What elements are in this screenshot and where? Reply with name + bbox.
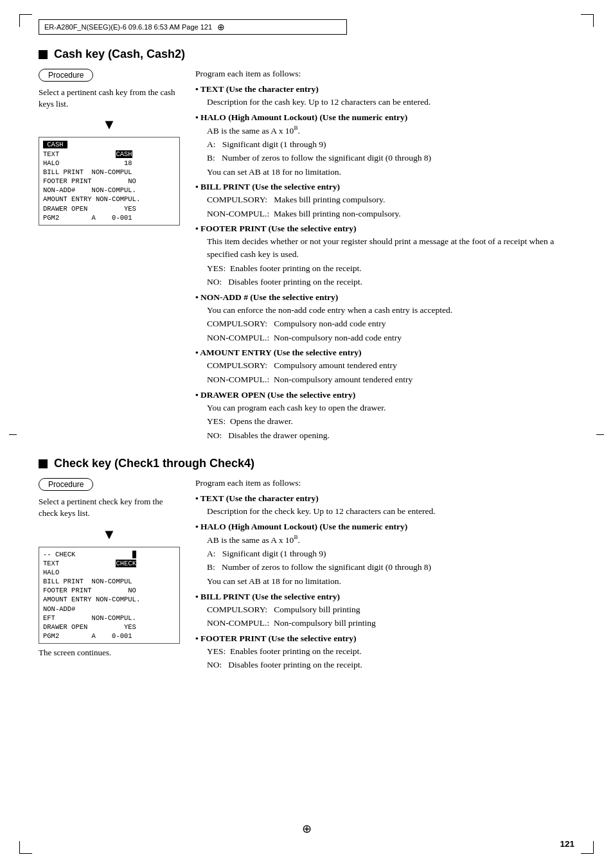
section1-bullet-bill-body: COMPULSORY: Makes bill printing compulso… (207, 193, 574, 220)
section2-bullet-footer-body: YES: Enables footer printing on the rece… (207, 645, 574, 671)
section1-bullet-amount-body: COMPULSORY: Compulsory amount tendered e… (207, 359, 574, 385)
section1-bullet-footer: • FOOTER PRINT (Use the selective entry)… (195, 224, 574, 288)
section1-terminal-inv: CASH (43, 141, 67, 148)
bill-compulsory: COMPULSORY: Makes bill printing compulso… (207, 193, 574, 206)
side-mark-right (596, 434, 604, 436)
section1-bullet-halo-body: AB is the same as A x 10B. A: Significan… (207, 124, 574, 179)
nonadd-compulsory: COMPULSORY: Compulsory non-add code entr… (207, 317, 574, 330)
section2-screen-note: The screen continues. (39, 648, 180, 658)
section2-bullet-halo-title: • HALO (High Amount Lockout) (Use the nu… (195, 522, 574, 532)
section-cash-key: Cash key (Cash, Cash2) Procedure Select … (39, 48, 574, 445)
s2-bill-compulsory: COMPULSORY: Compulsory bill printing (207, 603, 574, 616)
section2-square-icon (39, 459, 48, 468)
halo-b: B: Number of zeros to follow the signifi… (207, 152, 574, 164)
t2-check-val: CHECK (116, 560, 136, 567)
halo-ab: AB is the same as A x 10B. (207, 124, 574, 137)
section1-bullet-bill: • BILL PRINT (Use the selective entry) C… (195, 182, 574, 220)
section1-title: Cash key (Cash, Cash2) (39, 48, 574, 61)
drawer-yes: YES: Opens the drawer. (207, 415, 574, 428)
s2-halo-ab: AB is the same as A x 10B. (207, 533, 574, 546)
section1-bullet-bill-title: • BILL PRINT (Use the selective entry) (195, 182, 574, 192)
section1-left-text: Select a pertinent cash key from the cas… (39, 87, 180, 110)
section1-arrow-icon: ▼ (39, 116, 180, 133)
section1-bullet-drawer: • DRAWER OPEN (Use the selective entry) … (195, 390, 574, 442)
section-check-key: Check key (Check1 through Check4) Proced… (39, 457, 574, 675)
section1-bullet-nonadd: • NON-ADD # (Use the selective entry) Yo… (195, 292, 574, 344)
section1-bullet-text: • TEXT (Use the character entry) Descrip… (195, 84, 574, 109)
amount-compulsory: COMPULSORY: Compulsory amount tendered e… (207, 359, 574, 372)
section2-content: Procedure Select a pertinent check key f… (39, 478, 574, 675)
section1-bullet-nonadd-title: • NON-ADD # (Use the selective entry) (195, 292, 574, 303)
header-text: ER-A280F_N(SEEG)(E)-6 09.6.18 6:53 AM Pa… (44, 23, 212, 31)
section2-title: Check key (Check1 through Check4) (39, 457, 574, 470)
s2-halo-a: A: Significant digit (1 through 9) (207, 547, 574, 560)
s2-footer-yes: YES: Enables footer printing on the rece… (207, 645, 574, 658)
corner-tr (581, 14, 594, 27)
section1-left: Procedure Select a pertinent cash key fr… (39, 69, 180, 445)
halo-a: A: Significant digit (1 through 9) (207, 138, 574, 151)
amount-noncompul: NON-COMPUL.: Non-compulsory amount tende… (207, 373, 574, 386)
section1-square-icon (39, 50, 48, 59)
footer-desc: This item decides whether or not your re… (207, 235, 574, 260)
section1-bullet-drawer-title: • DRAWER OPEN (Use the selective entry) (195, 390, 574, 400)
section2-bullet-footer: • FOOTER PRINT (Use the selective entry)… (195, 633, 574, 671)
section2-bullet-bill-title: • BILL PRINT (Use the selective entry) (195, 592, 574, 602)
page: ER-A280F_N(SEEG)(E)-6 09.6.18 6:53 AM Pa… (0, 0, 613, 868)
s2-halo-b: B: Number of zeros to follow the signifi… (207, 561, 574, 574)
section1-content: Procedure Select a pertinent cash key fr… (39, 69, 574, 445)
section1-right: Program each item as follows: • TEXT (Us… (195, 69, 574, 445)
corner-br (581, 841, 594, 854)
section2-terminal: -- CHECK TEXT CHECK HALO BILL PRINT NON-… (39, 547, 180, 644)
section1-bullet-amount: • AMOUNT ENTRY (Use the selective entry)… (195, 348, 574, 385)
section2-right: Program each item as follows: • TEXT (Us… (195, 478, 574, 675)
drawer-desc: You can program each cash key to open th… (207, 402, 574, 414)
section1-bullet-nonadd-body: You can enforce the non-add code entry w… (207, 304, 574, 344)
section1-bullet-footer-body: This item decides whether or not your re… (207, 235, 574, 288)
t2-check-inv1 (132, 551, 136, 558)
section2-procedure-badge: Procedure (39, 478, 93, 491)
section1-bullet-footer-title: • FOOTER PRINT (Use the selective entry) (195, 224, 574, 234)
section1-title-text: Cash key (Cash, Cash2) (54, 48, 185, 61)
section2-left: Procedure Select a pertinent check key f… (39, 478, 180, 675)
section2-bullet-bill: • BILL PRINT (Use the selective entry) C… (195, 592, 574, 630)
s2-footer-no: NO: Disables footer printing on the rece… (207, 659, 574, 671)
drawer-no: NO: Disables the drawer opening. (207, 429, 574, 442)
section1-bullet-halo-title: • HALO (High Amount Lockout) (Use the nu… (195, 112, 574, 123)
halo-limit: You can set AB at 18 for no limitation. (207, 166, 574, 179)
section2-bullet-bill-body: COMPULSORY: Compulsory bill printing NON… (207, 603, 574, 630)
footer-yes: YES: Enables footer printing on the rece… (207, 262, 574, 275)
section2-bullet-text-title: • TEXT (Use the character entry) (195, 493, 574, 504)
section1-bullet-drawer-body: You can program each cash key to open th… (207, 402, 574, 442)
section1-program-intro: Program each item as follows: (195, 69, 574, 79)
section2-bullet-halo-body: AB is the same as A x 10B. A: Significan… (207, 533, 574, 588)
section2-bullet-text: • TEXT (Use the character entry) Descrip… (195, 493, 574, 518)
section1-terminal: CASH TEXT CASH HALO 18 BILL PRINT NON-CO… (39, 137, 180, 226)
side-mark-left (9, 434, 17, 436)
section2-program-intro: Program each item as follows: (195, 478, 574, 488)
nonadd-desc: You can enforce the non-add code entry w… (207, 304, 574, 317)
page-number: 121 (560, 839, 574, 849)
section2-bullet-text-body: Description for the check key. Up to 12 … (207, 505, 574, 518)
s2-halo-limit: You can set AB at 18 for no limitation. (207, 575, 574, 588)
t1-cash-val: CASH (116, 150, 132, 158)
section2-left-text: Select a pertinent check key from the ch… (39, 496, 180, 519)
section1-bullet-text-body: Description for the cash key. Up to 12 c… (207, 96, 574, 109)
section1-bullet-halo: • HALO (High Amount Lockout) (Use the nu… (195, 112, 574, 179)
bottom-crosshair-icon: ⊕ (302, 822, 312, 836)
footer-no: NO: Disables footer printing on the rece… (207, 276, 574, 288)
section2-arrow-icon: ▼ (39, 526, 180, 543)
header-bar: ER-A280F_N(SEEG)(E)-6 09.6.18 6:53 AM Pa… (39, 19, 347, 35)
section2-bullet-halo: • HALO (High Amount Lockout) (Use the nu… (195, 522, 574, 588)
corner-tl (19, 14, 32, 27)
section2-title-text: Check key (Check1 through Check4) (54, 457, 254, 470)
section2-bullet-footer-title: • FOOTER PRINT (Use the selective entry) (195, 633, 574, 644)
corner-bl (19, 841, 32, 854)
nonadd-noncompul: NON-COMPUL.: Non-compulsory non-add code… (207, 332, 574, 344)
s2-bill-noncompul: NON-COMPUL.: Non-compulsory bill printin… (207, 617, 574, 630)
header-crosshair (216, 22, 226, 32)
section1-bullet-amount-title: • AMOUNT ENTRY (Use the selective entry) (195, 348, 574, 358)
section1-bullet-text-title: • TEXT (Use the character entry) (195, 84, 574, 94)
bill-noncompul: NON-COMPUL.: Makes bill printing non-com… (207, 208, 574, 220)
section1-procedure-badge: Procedure (39, 69, 93, 82)
